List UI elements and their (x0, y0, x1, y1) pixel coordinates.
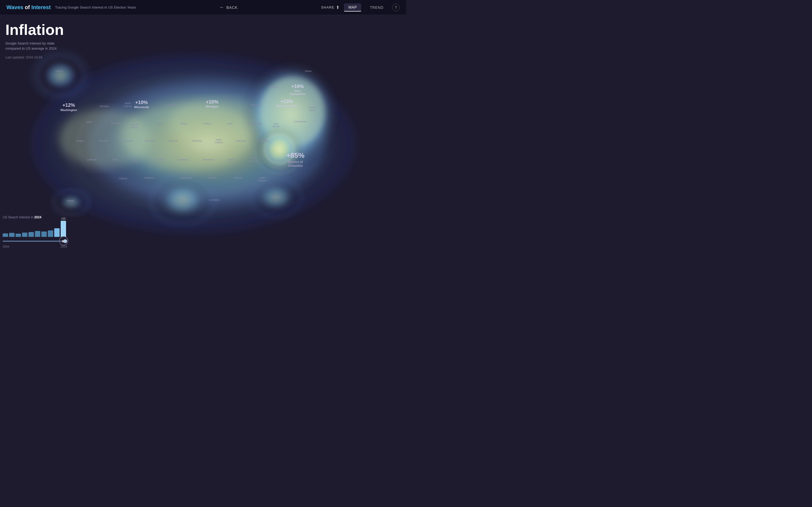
bar-1 (3, 233, 8, 237)
name-michigan: Michigan (206, 105, 218, 108)
topic-title: Inflation (5, 21, 70, 38)
main-content: Alaska Montana North Dakota Wisconsin Ne… (0, 15, 406, 253)
bar-wrap-5 (29, 232, 34, 237)
name-dc2: Columbia (288, 164, 303, 168)
bar-wrap-2 (9, 233, 14, 237)
timeline-label: US Search Interest in 2024 (3, 215, 67, 219)
bar-4 (22, 233, 28, 237)
share-button[interactable]: SHARE ⬆ (321, 5, 340, 10)
name-dc1: District of (288, 160, 303, 164)
bar-8 (48, 230, 53, 237)
header-right: SHARE ⬆ MAP TREND ? (321, 3, 400, 11)
timeline-track (3, 241, 67, 242)
heatmap-florida (257, 184, 295, 211)
share-label: SHARE (321, 5, 335, 9)
back-button[interactable]: ← BACK (219, 5, 238, 10)
bar-wrap-4 (22, 233, 28, 237)
bar-wrap-1 (3, 233, 8, 237)
bar-10 (61, 221, 66, 237)
heatmap-texas (158, 183, 207, 218)
bar-6 (35, 231, 40, 237)
title-of: of (23, 4, 32, 10)
help-button[interactable]: ? (392, 4, 400, 11)
app-subtitle: Tracing Google Search Interest in US Ele… (55, 5, 136, 9)
bar-wrap-6 (35, 231, 40, 237)
timeline-fill (3, 241, 67, 242)
bar-wrap-9 (54, 228, 60, 237)
name-washington: Washington (60, 108, 77, 112)
bar-wrap-10: 100 (61, 217, 66, 237)
pct-newhampshire: +16% (291, 84, 304, 89)
tab-trend[interactable]: TREND (365, 4, 388, 11)
share-icon: ⬆ (336, 5, 340, 10)
header-left: Waves of Interest Tracing Google Search … (6, 4, 136, 10)
name-minnesota: Minnesota (134, 105, 149, 109)
tab-map[interactable]: MAP (344, 3, 361, 11)
bar-3 (15, 234, 21, 237)
bar-wrap-7 (41, 231, 47, 237)
year-start: 2004 (3, 245, 9, 248)
last-updated: Last updated: 2024-10-04 (5, 56, 70, 59)
header: Waves of Interest Tracing Google Search … (0, 0, 406, 15)
svg-point-7 (59, 109, 150, 168)
pct-michigan: +10% (206, 99, 218, 105)
title-interest: Interest (32, 4, 51, 10)
back-label: BACK (226, 5, 238, 10)
name-massachusetts: Massachusetts (276, 104, 298, 107)
heatmap-hawaii (59, 195, 83, 210)
bar-2 (9, 233, 14, 237)
bar-7 (41, 231, 47, 237)
info-panel: Inflation Google Search Interest by stat… (0, 15, 75, 66)
timeline: US Search Interest in 2024 (3, 215, 67, 248)
name-newh2: Hampshire (290, 92, 305, 96)
back-arrow-icon: ← (219, 5, 224, 10)
timeline-slider[interactable] (3, 239, 67, 243)
play-button[interactable]: ▶ (59, 236, 68, 245)
bar-value-100: 100 (61, 217, 66, 220)
pct-minnesota: +10% (135, 100, 148, 105)
bar-wrap-8 (48, 230, 53, 237)
bar-9 (54, 228, 60, 237)
bar-chart: 100 (3, 221, 67, 237)
pct-washington: +12% (62, 103, 75, 108)
pct-dc-large: +85% (286, 151, 304, 159)
pct-massachusetts: +13% (281, 99, 293, 104)
timeline-years: 2004 2024 (3, 245, 67, 248)
app-title: Waves of Interest (6, 4, 51, 10)
bar-wrap-3 (15, 234, 21, 237)
title-waves: Waves (6, 4, 23, 10)
timeline-year: 2024 (34, 215, 41, 219)
bar-5 (29, 232, 34, 237)
topic-description: Google Search Interest by statecompared … (5, 41, 70, 51)
name-newh1: New (295, 89, 301, 92)
